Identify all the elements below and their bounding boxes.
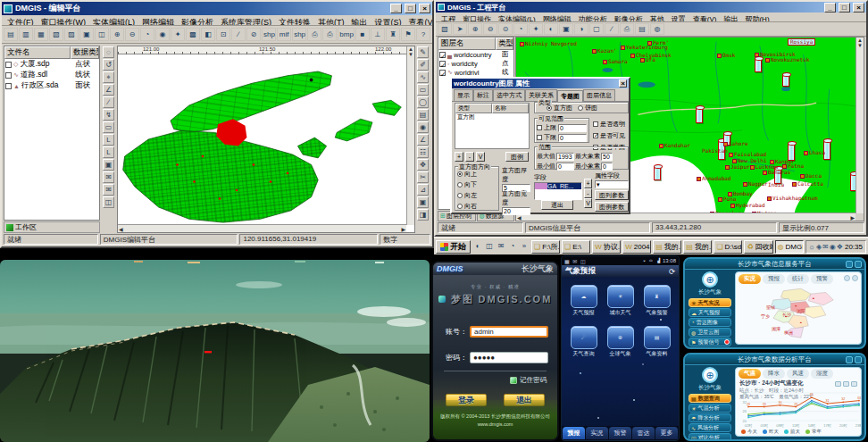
layer-row[interactable]: ✓ ◦ worldcity 点 [438, 59, 513, 68]
refresh-icon[interactable]: ⟳ [669, 267, 675, 276]
password-input[interactable] [470, 352, 548, 363]
legend-params-button-1[interactable]: 图列参数 [595, 190, 629, 200]
toolbar-button[interactable]: shp [292, 28, 306, 41]
content-tab[interactable]: 风速 [787, 369, 809, 379]
toolbar-button[interactable]: mif [277, 28, 291, 41]
tool-button[interactable]: ✐ [417, 59, 429, 71]
tool-button[interactable]: ✥ [417, 159, 429, 171]
nav-tab[interactable]: 雷达 [632, 427, 655, 439]
city-label[interactable]: Nizhniy Novgorod [520, 41, 577, 46]
remember-checkbox[interactable] [510, 377, 517, 384]
tool-button[interactable]: ∕ [103, 96, 114, 108]
nav-tab[interactable]: 更多 [655, 427, 678, 439]
task-button[interactable]: ❏ D:\sd... [714, 240, 742, 254]
city-label[interactable]: Lahore [723, 141, 748, 146]
file-row[interactable]: ▲ 行政区.sda 面状 [4, 80, 99, 91]
sidebar-menu-item[interactable]: ∿ 风场分析 [689, 423, 731, 432]
visibility-checkbox[interactable]: ✓ [439, 61, 446, 67]
tool-button[interactable]: ◯ [417, 96, 429, 108]
city-label[interactable]: Novokuznetsk [765, 57, 809, 63]
minimize-button[interactable]: _ [390, 4, 402, 13]
direction-radio[interactable]: 向右 [457, 202, 497, 211]
tool-button[interactable]: ∿ [417, 71, 429, 83]
menu-item[interactable]: 系统库管理(S) [217, 16, 275, 24]
menu-item[interactable]: 实体编辑(L) [89, 16, 138, 24]
task-button[interactable]: ▤ 我的... [683, 240, 712, 254]
theme-list[interactable]: 类型 名称 直方图 [455, 103, 530, 149]
content-tab[interactable]: 气温 [739, 369, 761, 379]
max-value[interactable]: 1993 [556, 153, 574, 161]
menu-item[interactable]: 其他 [647, 13, 668, 21]
field-apply-button[interactable]: V [584, 198, 592, 208]
menu-item[interactable]: 查看(V) [405, 16, 433, 24]
city-label[interactable]: Hyderabad [730, 203, 765, 208]
quick-launch-icon[interactable]: ◫ [484, 241, 495, 253]
task-button[interactable]: W 2004... [622, 240, 651, 254]
toolbar-button[interactable]: ◉ [155, 28, 170, 41]
upper-checkbox[interactable]: 上限 [537, 123, 556, 132]
dialog-close-button[interactable]: × [619, 79, 627, 88]
menu-item[interactable]: 网络编辑 [539, 13, 575, 21]
toolbar-button[interactable]: ✦ [171, 28, 185, 41]
column-datatype[interactable]: 数据类型 [71, 46, 99, 59]
toolbar-button[interactable]: ◧ [201, 28, 215, 41]
close-button[interactable] [855, 356, 862, 363]
map-canvas[interactable] [118, 54, 406, 224]
theme-row[interactable]: 直方图 [455, 113, 529, 121]
nav-tab[interactable]: 预报 [563, 427, 585, 439]
content-tab[interactable]: 预报 [763, 274, 785, 284]
quick-launch-icon[interactable]: ◔ [507, 241, 518, 253]
city-label[interactable]: Omsk [717, 53, 735, 58]
city-label[interactable]: Kazan' [592, 48, 617, 54]
width-value[interactable]: 20 [502, 207, 530, 215]
toolbar-button[interactable]: bmp [338, 28, 355, 41]
sidebar-menu-item[interactable]: ▤ 数据查询 [689, 394, 731, 403]
menu-item[interactable]: 实体编辑(L) [495, 13, 539, 21]
city-label[interactable]: India [768, 182, 784, 188]
toolbar-button[interactable]: ⊙ [498, 23, 513, 35]
layer-row[interactable]: ✓ ∿ worldrivl 线 [438, 68, 513, 77]
apply-button[interactable]: V [476, 152, 485, 162]
menu-item[interactable]: 设置(S) [371, 16, 405, 24]
tool-button[interactable]: ◉ [417, 121, 429, 133]
tray-icon[interactable]: ◉ [830, 243, 836, 251]
menu-item[interactable]: 窗口操作 [459, 13, 495, 21]
histogram-bar-symbol[interactable] [654, 166, 661, 180]
content-tab[interactable]: 预警 [811, 274, 833, 284]
tray-icon[interactable]: ✉ [822, 243, 829, 251]
sidebar-menu-item[interactable]: ◫ 对比分析 [689, 433, 731, 441]
field-remove-button[interactable]: - [584, 188, 592, 198]
menu-item[interactable]: 影像分析 [611, 13, 647, 21]
toolbar-button[interactable]: ▨ [64, 28, 79, 41]
legend-item[interactable]: 常年 [805, 429, 822, 435]
lower-checkbox[interactable]: 下限 [537, 133, 556, 142]
toolbar-button[interactable]: ⎙ [620, 23, 634, 35]
toolbar-button[interactable]: ⎙ [307, 28, 321, 41]
flag-checkbox[interactable]: 是否透明 [593, 120, 625, 129]
sidebar-menu-item[interactable]: ▤ 气象资讯 [689, 347, 731, 349]
menu-item[interactable]: 工程 [438, 13, 459, 21]
zoom-control[interactable] [844, 275, 850, 281]
tool-button[interactable]: ◌ [103, 46, 114, 58]
city-label[interactable]: Jaipur [725, 164, 750, 170]
toolbar-button[interactable]: ? [416, 28, 430, 41]
tool-button[interactable]: L [103, 134, 114, 146]
menu-item[interactable]: 文件(F) [4, 16, 38, 24]
city-label[interactable]: Vishakhapatnam [767, 196, 818, 201]
city-label[interactable]: Banaras [763, 170, 790, 175]
toolbar-button[interactable]: ▤ [4, 28, 18, 41]
toolbar-button[interactable]: ▣ [559, 23, 573, 35]
content-tab[interactable]: 降水 [763, 369, 785, 379]
toolbar-button[interactable]: ∕ [231, 28, 246, 41]
city-label[interactable]: Dacca [800, 173, 822, 179]
layer-row[interactable]: ✓ ▄ worldcountry 面 [438, 50, 513, 59]
toolbar-button[interactable]: ⎙ [322, 28, 337, 41]
app-grid-item[interactable]: ☁ 天气预报 [565, 285, 602, 317]
tool-button[interactable]: ◨ [417, 209, 429, 221]
map-vscrollbar[interactable]: ▲▼ [406, 46, 414, 225]
tool-button[interactable]: ∠ [417, 134, 429, 146]
toolbar-button[interactable]: ▩ [186, 28, 200, 41]
legend-button[interactable]: 图例 [505, 152, 529, 162]
toolbar-button[interactable]: ▦ [34, 28, 48, 41]
toolbar-button[interactable]: ⚑ [401, 28, 415, 41]
